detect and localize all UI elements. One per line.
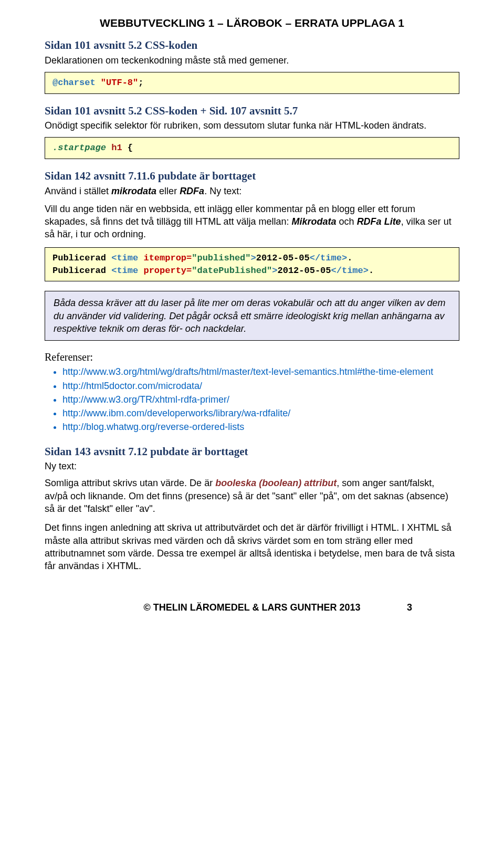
text: Använd i stället: [45, 186, 111, 196]
text: Somliga attribut skrivs utan värde. De ä…: [45, 478, 215, 488]
code-value: "datePublished": [192, 266, 272, 276]
reference-link[interactable]: http://blog.whatwg.org/reverse-ordered-l…: [62, 422, 244, 432]
code-end: ;: [138, 78, 143, 88]
para-s142-body: Vill du ange tiden när en webbsida, ett …: [45, 203, 459, 241]
code-tag: <time: [111, 253, 138, 263]
references-title: Referenser:: [45, 350, 459, 364]
code-tag: <time: [111, 266, 138, 276]
footer-copyright: © THELIN LÄROMEDEL & LARS GUNTHER 2013: [45, 601, 459, 614]
reference-link[interactable]: http://html5doctor.com/microdata/: [62, 381, 202, 391]
list-item: http://www.ibm.com/developerworks/librar…: [62, 407, 459, 419]
desc-s101-52-107: Onödigt specifik selektor för rubriken, …: [45, 119, 459, 132]
term-rdfa: RDFa: [180, 186, 204, 196]
code-text: 2012-05-05: [278, 266, 331, 276]
list-item: http://blog.whatwg.org/reverse-ordered-l…: [62, 421, 459, 433]
heading-s101-52-107: Sidan 101 avsnitt 5.2 CSS-koden + Sid. 1…: [45, 103, 459, 118]
code-keyword: @charset: [52, 78, 96, 88]
list-item: http://www.w3.org/html/wg/drafts/html/ma…: [62, 365, 459, 378]
code-selector: .startpage: [52, 143, 106, 153]
reference-link[interactable]: http://www.w3.org/TR/xhtml-rdfa-primer/: [62, 394, 229, 405]
para-s143-2: Det finns ingen anledning att skriva ut …: [45, 521, 459, 572]
term-mikrodata: mikrodata: [111, 186, 156, 196]
code-time-examples: Publicerad <time itemprop="published">20…: [45, 247, 459, 282]
desc-s101-52: Deklarationen om teckenkodning måste stå…: [45, 54, 459, 67]
heading-s142-7116: Sidan 142 avsnitt 7.11.6 pubdate är bort…: [45, 169, 459, 183]
code-text: 2012-05-05: [256, 253, 310, 263]
code-tag: </time>: [331, 266, 369, 276]
code-attr: property=: [138, 266, 192, 276]
code-tag: </time>: [310, 253, 347, 263]
references-list: http://www.w3.org/html/wg/drafts/html/ma…: [62, 365, 459, 433]
text: och: [337, 216, 357, 227]
code-text: .: [369, 266, 374, 276]
code-string: "UTF-8": [101, 78, 138, 88]
page-header: WEBBUTVECKLING 1 – LÄROBOK – ERRATA UPPL…: [45, 16, 459, 30]
term-mikrodata2: Mikrodata: [292, 216, 337, 227]
heading-s101-52: Sidan 101 avsnitt 5.2 CSS-koden: [45, 38, 459, 52]
code-tag: >: [272, 266, 277, 276]
code-tag: >: [250, 253, 256, 263]
list-item: http://www.w3.org/TR/xhtml-rdfa-primer/: [62, 393, 459, 406]
list-item: http://html5doctor.com/microdata/: [62, 380, 459, 392]
term-rdfalite: RDFa Lite: [357, 216, 401, 227]
desc-s142-7116: Använd i stället mikrodata eller RDFa. N…: [45, 185, 459, 197]
reference-link[interactable]: http://www.ibm.com/developerworks/librar…: [62, 408, 290, 418]
heading-s143-712: Sidan 143 avsnitt 7.12 pubdate är bortta…: [45, 444, 459, 459]
note-box: Båda dessa kräver att du laser på lite m…: [45, 291, 459, 341]
reference-link[interactable]: http://www.w3.org/html/wg/drafts/html/ma…: [62, 366, 433, 377]
code-rest: {: [122, 143, 133, 153]
code-text: Publicerad: [52, 253, 111, 263]
page-number: 3: [407, 601, 412, 614]
term-boolean-attribut: booleska (boolean) attribut: [215, 478, 337, 488]
code-value: "published": [192, 253, 250, 263]
text: . Ny text:: [204, 186, 242, 196]
code-element: h1: [106, 143, 122, 153]
text: eller: [156, 186, 180, 196]
code-charset: @charset "UTF-8";: [45, 72, 459, 94]
code-text: .: [347, 253, 352, 263]
code-startpage: .startpage h1 {: [45, 137, 459, 159]
para-s143-1: Somliga attribut skrivs utan värde. De ä…: [45, 477, 459, 515]
code-text: Publicerad: [52, 266, 111, 276]
subheading-nytext: Ny text:: [45, 460, 459, 472]
code-attr: itemprop=: [138, 253, 192, 263]
